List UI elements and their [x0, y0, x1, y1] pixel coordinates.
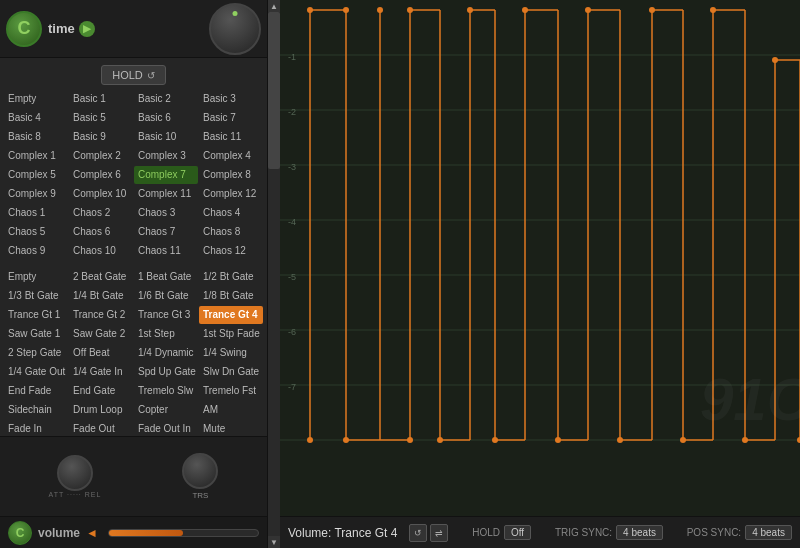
preset-cell[interactable]: 1/8 Bt Gate [199, 287, 263, 305]
preset-cell[interactable]: Chaos 11 [134, 242, 198, 260]
preset-cell[interactable]: Tremelo Fst [199, 382, 263, 400]
preset-cell[interactable]: Spd Up Gate [134, 363, 198, 381]
preset-cell[interactable]: Complex 10 [69, 185, 133, 203]
preset-cell[interactable]: Sidechain [4, 401, 68, 419]
preset-cell[interactable]: Chaos 1 [4, 204, 68, 222]
trs-knob[interactable] [182, 453, 218, 489]
time-arrow-button[interactable]: ▶ [79, 21, 95, 37]
preset-cell[interactable]: 1/4 Gate In [69, 363, 133, 381]
hold-button[interactable]: HOLD ↺ [101, 65, 166, 85]
scroll-down-button[interactable]: ▼ [268, 536, 280, 548]
vertical-scrollbar[interactable]: ▲ ▼ [268, 0, 280, 548]
preset-cell[interactable]: Trance Gt 4 [199, 306, 263, 324]
preset-cell[interactable]: Chaos 2 [69, 204, 133, 222]
svg-point-21 [343, 7, 349, 13]
preset-cell[interactable]: 1 Beat Gate [134, 268, 198, 286]
preset-cell[interactable]: 1st Step [134, 325, 198, 343]
preset-cell[interactable]: Complex 2 [69, 147, 133, 165]
envelope-area[interactable]: -1 -2 -3 -4 -5 -6 -7 [280, 0, 800, 516]
preset-cell[interactable]: Basic 9 [69, 128, 133, 146]
preset-cell[interactable]: Chaos 12 [199, 242, 263, 260]
preset-cell[interactable]: Empty [4, 268, 68, 286]
preset-cell[interactable]: Copter [134, 401, 198, 419]
trig-sync-value[interactable]: 4 beats [616, 525, 663, 540]
hold-status-value[interactable]: Off [504, 525, 531, 540]
preset-cell[interactable]: Basic 4 [4, 109, 68, 127]
preset-cell[interactable]: Trance Gt 3 [134, 306, 198, 324]
pos-sync-value[interactable]: 4 beats [745, 525, 792, 540]
main-knob[interactable] [209, 3, 261, 55]
preset-cell[interactable]: Basic 6 [134, 109, 198, 127]
scroll-track[interactable] [268, 12, 280, 536]
preset-cell[interactable]: Basic 7 [199, 109, 263, 127]
hold-label: HOLD [112, 69, 143, 81]
envelope-svg[interactable]: -1 -2 -3 -4 -5 -6 -7 [280, 0, 800, 516]
preset-cell[interactable]: Trance Gt 2 [69, 306, 133, 324]
scroll-thumb[interactable] [268, 12, 280, 169]
preset-cell[interactable]: Chaos 6 [69, 223, 133, 241]
preset-cell[interactable]: End Fade [4, 382, 68, 400]
att-knob[interactable] [57, 455, 93, 491]
preset-cell[interactable]: Basic 10 [134, 128, 198, 146]
preset-cell[interactable]: 1/4 Swing [199, 344, 263, 362]
preset-cell[interactable]: Complex 8 [199, 166, 263, 184]
loop-button[interactable]: ↺ [409, 524, 427, 542]
preset-cell[interactable]: 1/4 Dynamic [134, 344, 198, 362]
preset-cell[interactable]: Complex 6 [69, 166, 133, 184]
preset-cell[interactable]: Chaos 4 [199, 204, 263, 222]
preset-cell[interactable]: 1/3 Bt Gate [4, 287, 68, 305]
preset-cell[interactable]: Complex 5 [4, 166, 68, 184]
preset-cell[interactable]: Chaos 3 [134, 204, 198, 222]
preset-cell[interactable]: Basic 3 [199, 90, 263, 108]
preset-cell[interactable]: 2 Step Gate [4, 344, 68, 362]
preset-cell[interactable]: 1/4 Bt Gate [69, 287, 133, 305]
preset-cell[interactable]: Drum Loop [69, 401, 133, 419]
preset-cell[interactable]: 1/6 Bt Gate [134, 287, 198, 305]
preset-cell[interactable]: Complex 1 [4, 147, 68, 165]
preset-cell[interactable]: Empty [4, 90, 68, 108]
preset-cell[interactable]: Slw Dn Gate [199, 363, 263, 381]
preset-cell[interactable]: Trance Gt 1 [4, 306, 68, 324]
preset-cell[interactable]: Saw Gate 1 [4, 325, 68, 343]
scroll-up-button[interactable]: ▲ [268, 0, 280, 12]
preset-cell[interactable]: Mute [199, 420, 263, 436]
preset-spacer [4, 261, 263, 267]
svg-point-30 [407, 437, 413, 443]
preset-cell[interactable]: Basic 8 [4, 128, 68, 146]
preset-grid-container: EmptyBasic 1Basic 2Basic 3Basic 4Basic 5… [0, 88, 267, 436]
svg-text:-4: -4 [288, 217, 296, 227]
preset-cell[interactable]: Complex 4 [199, 147, 263, 165]
preset-cell[interactable]: Complex 9 [4, 185, 68, 203]
hold-group: HOLD Off [472, 525, 531, 540]
preset-cell[interactable]: Complex 3 [134, 147, 198, 165]
preset-cell[interactable]: Chaos 5 [4, 223, 68, 241]
preset-cell[interactable]: Saw Gate 2 [69, 325, 133, 343]
preset-cell[interactable]: Fade In [4, 420, 68, 436]
preset-cell[interactable]: 1/4 Gate Out [4, 363, 68, 381]
volume-slider[interactable] [108, 529, 259, 537]
preset-cell[interactable]: 1st Stp Fade [199, 325, 263, 343]
envelope-title: Volume: Trance Gt 4 [288, 526, 397, 540]
preset-cell[interactable]: 2 Beat Gate [69, 268, 133, 286]
preset-cell[interactable]: AM [199, 401, 263, 419]
preset-cell[interactable]: Basic 1 [69, 90, 133, 108]
preset-cell[interactable]: Chaos 9 [4, 242, 68, 260]
preset-cell[interactable]: End Gate [69, 382, 133, 400]
preset-cell[interactable]: Chaos 8 [199, 223, 263, 241]
preset-cell[interactable]: Complex 11 [134, 185, 198, 203]
preset-cell[interactable]: Chaos 10 [69, 242, 133, 260]
pos-sync-label: POS SYNC: [687, 527, 741, 538]
preset-cell[interactable]: Fade Out In [134, 420, 198, 436]
svg-rect-0 [280, 0, 800, 516]
preset-cell[interactable]: Complex 7 [134, 166, 198, 184]
preset-cell[interactable]: Basic 5 [69, 109, 133, 127]
preset-cell[interactable]: Off Beat [69, 344, 133, 362]
preset-cell[interactable]: Tremelo Slw [134, 382, 198, 400]
preset-cell[interactable]: Basic 11 [199, 128, 263, 146]
preset-cell[interactable]: Complex 12 [199, 185, 263, 203]
preset-cell[interactable]: Basic 2 [134, 90, 198, 108]
preset-cell[interactable]: Chaos 7 [134, 223, 198, 241]
preset-cell[interactable]: Fade Out [69, 420, 133, 436]
bounce-button[interactable]: ⇌ [430, 524, 448, 542]
preset-cell[interactable]: 1/2 Bt Gate [199, 268, 263, 286]
